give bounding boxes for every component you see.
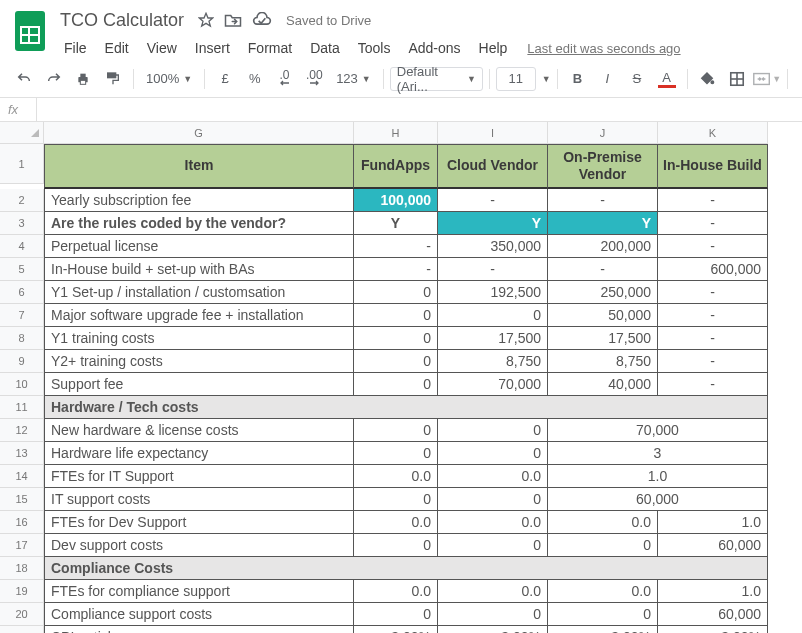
cell-cloud[interactable]: 3.00% [438, 626, 548, 633]
cell-cloud[interactable]: 70,000 [438, 373, 548, 396]
header-onprem[interactable]: On-Premise Vendor [548, 144, 658, 189]
cell-cloud[interactable]: 192,500 [438, 281, 548, 304]
cell-onprem-inhouse-merged[interactable]: 3 [548, 442, 768, 465]
cell-inhouse[interactable]: 60,000 [658, 534, 768, 557]
format-percent-button[interactable]: % [241, 65, 269, 93]
cell-onprem-inhouse-merged[interactable]: 70,000 [548, 419, 768, 442]
star-icon[interactable] [198, 12, 214, 28]
row-header-21[interactable]: 21 [0, 626, 44, 633]
cell-inhouse[interactable]: - [658, 327, 768, 350]
cell-onprem[interactable]: 0 [548, 534, 658, 557]
decrease-decimal-button[interactable]: .0 [271, 65, 299, 93]
cell-item[interactable]: Support fee [44, 373, 354, 396]
merge-button[interactable]: ▼ [753, 65, 781, 93]
row-header-13[interactable]: 13 [0, 442, 44, 465]
cell-inhouse[interactable]: 1.0 [658, 511, 768, 534]
row-header-20[interactable]: 20 [0, 603, 44, 626]
cell-cloud[interactable]: 8,750 [438, 350, 548, 373]
increase-decimal-button[interactable]: .00 [300, 65, 328, 93]
cell-cloud[interactable]: 0.0 [438, 580, 548, 603]
cell-onprem[interactable]: 0.0 [548, 511, 658, 534]
row-header-4[interactable]: 4 [0, 235, 44, 258]
zoom-select[interactable]: 100%▼ [140, 65, 198, 93]
header-item[interactable]: Item [44, 144, 354, 189]
cell-cloud[interactable]: 0 [438, 488, 548, 511]
col-header-G[interactable]: G [44, 122, 354, 144]
menu-view[interactable]: View [139, 36, 185, 60]
paint-format-button[interactable] [99, 65, 127, 93]
cell-item[interactable]: Perpetual license [44, 235, 354, 258]
print-button[interactable] [70, 65, 98, 93]
menu-addons[interactable]: Add-ons [400, 36, 468, 60]
cell-onprem-inhouse-merged[interactable]: 60,000 [548, 488, 768, 511]
format-currency-button[interactable]: £ [211, 65, 239, 93]
row-header-1[interactable]: 1 [0, 144, 44, 184]
formula-bar-input[interactable] [36, 98, 802, 121]
menu-format[interactable]: Format [240, 36, 300, 60]
row-header-6[interactable]: 6 [0, 281, 44, 304]
row-header-2[interactable]: 2 [0, 189, 44, 212]
select-all-corner[interactable] [0, 122, 44, 144]
cell-fundapps[interactable]: 100,000 [354, 189, 438, 212]
cell-onprem[interactable]: 250,000 [548, 281, 658, 304]
menu-tools[interactable]: Tools [350, 36, 399, 60]
text-color-button[interactable]: A [653, 65, 681, 93]
cell-cloud[interactable]: 0 [438, 442, 548, 465]
cell-inhouse[interactable]: 60,000 [658, 603, 768, 626]
row-header-19[interactable]: 19 [0, 580, 44, 603]
bold-button[interactable]: B [564, 65, 592, 93]
menu-edit[interactable]: Edit [97, 36, 137, 60]
undo-button[interactable] [10, 65, 38, 93]
cell-fundapps[interactable]: 0 [354, 281, 438, 304]
section-header[interactable]: Compliance Costs [44, 557, 768, 580]
cell-onprem[interactable]: 3.00% [548, 626, 658, 633]
col-header-H[interactable]: H [354, 122, 438, 144]
cell-cloud[interactable]: 0 [438, 304, 548, 327]
row-header-8[interactable]: 8 [0, 327, 44, 350]
col-header-K[interactable]: K [658, 122, 768, 144]
col-header-J[interactable]: J [548, 122, 658, 144]
cell-fundapps[interactable]: 0.0 [354, 580, 438, 603]
cell-item[interactable]: Dev support costs [44, 534, 354, 557]
row-header-5[interactable]: 5 [0, 258, 44, 281]
cell-onprem[interactable]: 50,000 [548, 304, 658, 327]
cell-inhouse[interactable]: - [658, 189, 768, 212]
cell-onprem[interactable]: 8,750 [548, 350, 658, 373]
cell-item[interactable]: FTEs for compliance support [44, 580, 354, 603]
cell-item[interactable]: Compliance support costs [44, 603, 354, 626]
cell-onprem-inhouse-merged[interactable]: 1.0 [548, 465, 768, 488]
cell-inhouse[interactable]: 3.00% [658, 626, 768, 633]
menu-file[interactable]: File [56, 36, 95, 60]
row-header-7[interactable]: 7 [0, 304, 44, 327]
row-header-15[interactable]: 15 [0, 488, 44, 511]
cell-cloud[interactable]: 17,500 [438, 327, 548, 350]
cell-cloud[interactable]: 0.0 [438, 511, 548, 534]
cell-fundapps[interactable]: 0 [354, 442, 438, 465]
header-cloud[interactable]: Cloud Vendor [438, 144, 548, 189]
cell-inhouse[interactable]: - [658, 350, 768, 373]
cell-item[interactable]: FTEs for Dev Support [44, 511, 354, 534]
row-header-12[interactable]: 12 [0, 419, 44, 442]
cell-cloud[interactable]: 350,000 [438, 235, 548, 258]
cell-item[interactable]: FTEs for IT Support [44, 465, 354, 488]
row-header-18[interactable]: 18 [0, 557, 44, 580]
font-size-select[interactable]: 11 [496, 67, 536, 91]
cell-fundapps[interactable]: 0.0 [354, 465, 438, 488]
cell-inhouse[interactable]: 600,000 [658, 258, 768, 281]
fill-color-button[interactable] [694, 65, 722, 93]
cell-fundapps[interactable]: 0 [354, 327, 438, 350]
menu-insert[interactable]: Insert [187, 36, 238, 60]
cell-item[interactable]: IT support costs [44, 488, 354, 511]
cell-item[interactable]: Yearly subscription fee [44, 189, 354, 212]
cell-onprem[interactable]: 200,000 [548, 235, 658, 258]
cell-onprem[interactable]: 17,500 [548, 327, 658, 350]
cell-fundapps[interactable]: - [354, 235, 438, 258]
cell-item[interactable]: Major software upgrade fee + installatio… [44, 304, 354, 327]
doc-title[interactable]: TCO Calculator [56, 10, 188, 31]
cell-cloud[interactable]: 0.0 [438, 465, 548, 488]
cell-fundapps[interactable]: 0 [354, 304, 438, 327]
last-edit-link[interactable]: Last edit was seconds ago [527, 41, 680, 56]
cell-item[interactable]: CPI uptick [44, 626, 354, 633]
cell-onprem[interactable]: - [548, 189, 658, 212]
move-icon[interactable] [224, 12, 242, 28]
